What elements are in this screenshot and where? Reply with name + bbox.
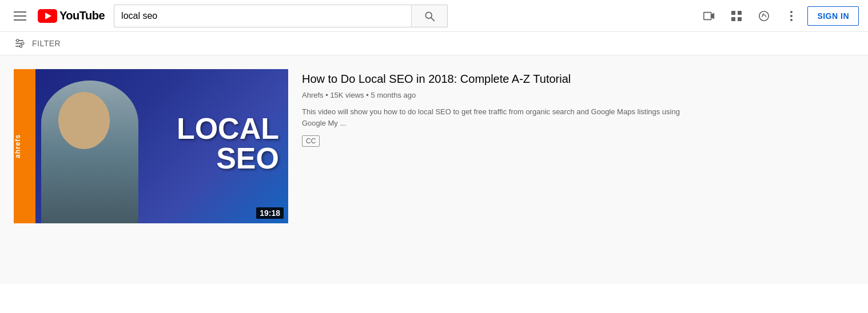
video-description: This video will show you how to do local… <box>302 106 702 129</box>
svg-point-14 <box>790 11 793 13</box>
svg-point-20 <box>17 39 19 42</box>
header-left: YouTube <box>9 7 105 25</box>
header-right: SIGN IN <box>698 5 859 27</box>
svg-rect-11 <box>738 17 742 21</box>
upload-video-button[interactable] <box>698 5 720 27</box>
svg-point-12 <box>759 11 769 21</box>
video-meta: Ahrefs • 15K views • 5 months ago <box>302 91 854 99</box>
more-options-button[interactable] <box>780 5 803 27</box>
messages-button[interactable] <box>752 5 775 27</box>
svg-point-21 <box>22 42 24 45</box>
filter-label: FILTER <box>32 39 61 48</box>
search-input[interactable] <box>114 5 411 27</box>
video-duration: 19:18 <box>256 207 284 219</box>
video-upload-date: 5 months ago <box>371 91 416 99</box>
more-vertical-icon <box>790 10 793 22</box>
thumbnail-line2: SEO <box>177 143 279 173</box>
thumbnail-brand-text: ahrefs <box>14 134 35 158</box>
search-results: ahrefs LOCAL SEO 19:18 How to Do Local S… <box>0 55 868 284</box>
svg-point-15 <box>790 15 793 17</box>
filter-bar: FILTER <box>0 32 868 55</box>
youtube-wordmark: YouTube <box>59 9 105 22</box>
search-button[interactable] <box>411 5 448 27</box>
grid-icon <box>731 10 742 22</box>
svg-rect-8 <box>731 11 735 15</box>
video-camera-plus-icon <box>703 10 715 22</box>
svg-rect-10 <box>731 17 735 21</box>
video-info: How to Do Local SEO in 2018: Complete A-… <box>302 69 854 147</box>
message-icon <box>758 10 770 22</box>
youtube-logo-link[interactable]: YouTube <box>38 9 105 23</box>
youtube-logo-icon <box>38 9 57 23</box>
header: YouTube <box>0 0 868 32</box>
video-title[interactable]: How to Do Local SEO in 2018: Complete A-… <box>302 71 854 86</box>
svg-rect-9 <box>738 11 742 15</box>
video-thumbnail[interactable]: ahrefs LOCAL SEO 19:18 <box>14 69 288 223</box>
thumbnail-line1: LOCAL <box>177 114 279 143</box>
video-channel[interactable]: Ahrefs <box>302 91 324 99</box>
video-views: 15K views <box>330 91 364 99</box>
svg-line-3 <box>431 17 434 20</box>
search-input-wrapper <box>114 5 411 27</box>
search-area <box>114 5 448 27</box>
filter-icon <box>14 38 25 49</box>
sign-in-button[interactable]: SIGN IN <box>807 6 859 26</box>
thumbnail-background: ahrefs LOCAL SEO <box>14 69 288 223</box>
cc-badge: CC <box>302 135 320 147</box>
svg-point-16 <box>790 19 793 21</box>
search-icon <box>424 10 435 22</box>
thumbnail-text-overlay: LOCAL SEO <box>177 114 279 173</box>
apps-button[interactable] <box>725 5 748 27</box>
svg-point-22 <box>19 45 22 47</box>
hamburger-menu-button[interactable] <box>9 7 31 25</box>
video-result-item: ahrefs LOCAL SEO 19:18 How to Do Local S… <box>14 69 854 223</box>
